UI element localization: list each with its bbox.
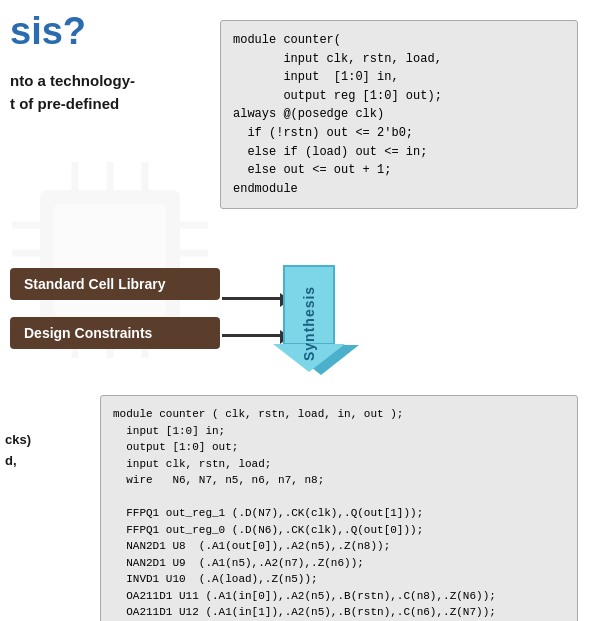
code-bot-line-1: module counter ( clk, rstn, load, in, ou… [113,406,565,423]
code-bot-line-7: FFPQ1 out_reg_1 (.D(N7),.CK(clk),.Q(out[… [113,505,565,522]
code-bot-line-2: input [1:0] in; [113,423,565,440]
code-bot-line-4: input clk, rstn, load; [113,456,565,473]
synthesis-label: Synthesis [278,268,340,378]
code-bot-line-11: INVD1 U10 (.A(load),.Z(n5)); [113,571,565,588]
code-bot-line-6 [113,489,565,506]
code-bot-line-8: FFPQ1 out_reg_0 (.D(N6),.CK(clk),.Q(out[… [113,522,565,539]
code-top-line-9: endmodule [233,180,565,199]
left-bottom-line2: d, [5,453,17,468]
code-top-line-3: input [1:0] in, [233,68,565,87]
code-bot-line-10: NAN2D1 U9 (.A1(n5),.A2(n7),.Z(n6)); [113,555,565,572]
left-bottom-line1: cks) [5,432,31,447]
code-box-bottom: module counter ( clk, rstn, load, in, ou… [100,395,578,621]
code-bot-line-5: wire N6, N7, n5, n6, n7, n8; [113,472,565,489]
code-top-line-7: else if (load) out <= in; [233,143,565,162]
code-bot-line-3: output [1:0] out; [113,439,565,456]
code-top-line-8: else out <= out + 1; [233,161,565,180]
bg-chip-icon [0,120,250,400]
code-top-line-4: output reg [1:0] out); [233,87,565,106]
design-constraints-box[interactable]: Design Constraints [10,317,220,349]
code-bot-line-12: OA211D1 U11 (.A1(in[0]),.A2(n5),.B(rstn)… [113,588,565,605]
standard-cell-library-box[interactable]: Standard Cell Library [10,268,220,300]
left-bottom-text: cks) d, [5,430,100,472]
page-title: sis? [10,10,86,53]
subtitle: nto a technology- t of pre-defined [10,70,135,115]
subtitle-line1: nto a technology- [10,72,135,89]
code-top-line-2: input clk, rstn, load, [233,50,565,69]
code-top-line-1: module counter( [233,31,565,50]
code-box-top: module counter( input clk, rstn, load, i… [220,20,578,209]
arrow-design-constraints [222,334,282,337]
code-bot-line-9: NAN2D1 U8 (.A1(out[0]),.A2(n5),.Z(n8)); [113,538,565,555]
arrow-std-cell [222,297,282,300]
code-top-line-5: always @(posedge clk) [233,105,565,124]
subtitle-line2: t of pre-defined [10,95,119,112]
code-bot-line-13: OA211D1 U12 (.A1(in[1]),.A2(n5),.B(rstn)… [113,604,565,621]
code-top-line-6: if (!rstn) out <= 2'b0; [233,124,565,143]
